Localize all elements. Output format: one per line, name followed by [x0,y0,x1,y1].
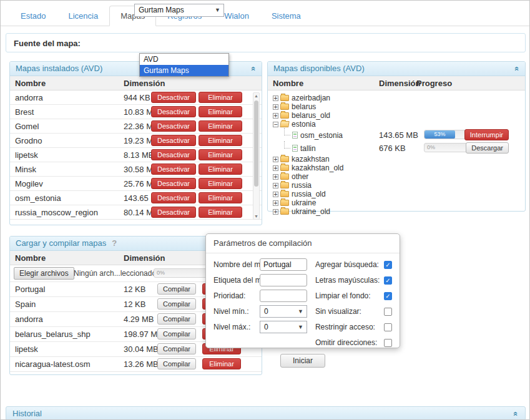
tab-estado[interactable]: Estado [9,6,57,26]
deactivate-button[interactable]: Desactivar [151,92,196,103]
deactivate-button[interactable]: Desactivar [151,135,196,146]
delete-button[interactable]: Eliminar [199,178,242,189]
available-panel-title: Mapas disponibles (AVD) [273,64,365,73]
deactivate-button[interactable]: Desactivar [151,149,196,160]
installed-rows: andorra944 KBDesactivarEliminarBrest10.8… [10,90,262,220]
map-name: lipetsk [15,344,38,354]
field-input[interactable] [260,258,307,271]
checkbox[interactable]: ✓ [384,276,392,285]
expand-icon[interactable]: + [273,174,278,180]
expand-icon[interactable]: + [273,200,278,206]
choose-files-button[interactable]: Elegir archivos [14,267,74,280]
map-source-box: Fuente del mapa: [6,33,526,52]
tree-item-russia[interactable]: +russia [268,181,525,190]
tree-item-belarus[interactable]: +belarus [268,102,525,111]
delete-button[interactable]: Eliminar [199,135,242,146]
tree-item-azeirbadjan[interactable]: +azeirbadjan [268,94,525,102]
scroll-up-icon[interactable]: ▲ [253,94,259,98]
scroll-down-icon[interactable]: ▼ [253,214,259,218]
column-name: Nombre [273,79,303,88]
map-size: 12 KB [124,285,145,294]
download-button[interactable]: Descargar [466,142,509,154]
checkbox[interactable] [384,308,392,316]
tree-item-osm_estonia[interactable]: osm_estonia143.65 MB53%Interrumpir [268,129,525,142]
checkbox[interactable] [384,323,392,331]
field-select[interactable]: 0▼ [260,305,307,318]
deactivate-button[interactable]: Desactivar [151,178,196,189]
deactivate-button[interactable]: Desactivar [151,207,196,218]
tree-item-kazakhstan[interactable]: +kazakhstan [268,155,525,164]
tree-connector [284,141,290,149]
dialog-title: Parámetros de compilación [206,234,400,253]
expand-icon[interactable]: + [273,165,278,171]
file-icon [292,145,298,152]
history-panel-header[interactable]: Historial « [6,406,526,420]
tree-item-label: belarus [292,102,316,111]
collapse-icon[interactable]: « [511,409,520,418]
delete-button[interactable]: Eliminar [199,192,242,203]
tree-item-ukraine_old[interactable]: +ukraine_old [268,207,525,216]
delete-button[interactable]: Eliminar [199,106,242,117]
dialog-field-row: Prioridad: [213,290,313,302]
deactivate-button[interactable]: Desactivar [151,120,196,132]
scrollbar-thumb[interactable] [254,100,258,187]
compile-button[interactable]: Compilar [157,313,196,325]
expand-icon[interactable]: + [273,209,278,215]
collapse-icon[interactable]: « [513,64,521,73]
tab-licencia[interactable]: Licencia [57,6,109,26]
tree-connector [284,128,290,135]
expand-icon[interactable]: + [273,183,278,188]
collapse-icon[interactable]: − [273,122,278,127]
dialog-field-row: Etiqueta del mapa: [213,274,313,286]
folder-closed-icon [280,95,289,101]
tab-sistema[interactable]: Sistema [260,6,312,26]
tree-item-russia_old[interactable]: +russia_old [268,190,525,198]
deactivate-button[interactable]: Desactivar [151,106,196,117]
interrupt-button[interactable]: Interrumpir [464,129,509,140]
dialog-field-row: Nombre del mapa: [213,258,313,271]
tree-item-tallin[interactable]: tallin676 KB0%Descargar [268,142,525,155]
tree-item-kazakhstan_old[interactable]: +kazakhstan_old [268,164,525,172]
checkbox[interactable]: ✓ [384,292,392,300]
start-button[interactable]: Iniciar [280,354,325,368]
tree-item-belarus_old[interactable]: +belarus_old [268,111,525,120]
caret-down-icon: ▼ [298,306,303,318]
dropdown-option[interactable]: AVD [140,54,228,65]
tree-item-other[interactable]: +other [268,172,525,181]
delete-button[interactable]: Eliminar [199,92,242,103]
delete-button[interactable]: Eliminar [199,207,242,218]
file-status-text: Ningún arch...leccionado [74,269,156,278]
available-panel-header[interactable]: Mapas disponibles (AVD) « [268,62,525,76]
scrollbar[interactable]: ▲ ▼ [253,92,260,220]
field-input[interactable] [260,290,307,302]
expand-icon[interactable]: + [273,104,278,110]
map-size: 12 KB [124,300,145,309]
compile-button[interactable]: Compilar [157,298,196,310]
field-input[interactable] [260,274,307,286]
checkbox[interactable] [384,339,392,347]
deactivate-button[interactable]: Desactivar [151,164,196,175]
delete-button[interactable]: Eliminar [199,120,242,132]
tree-item-estonia[interactable]: −estonia [268,120,525,129]
expand-icon[interactable]: + [273,95,278,101]
expand-icon[interactable]: + [273,192,278,197]
delete-button[interactable]: Eliminar [199,149,242,160]
compile-button[interactable]: Compilar [157,328,196,339]
compile-button[interactable]: Compilar [157,343,196,354]
help-icon[interactable]: ? [112,238,117,248]
field-select[interactable]: 0▼ [260,321,307,333]
deactivate-button[interactable]: Desactivar [151,192,196,203]
tab-bar: EstadoLicenciaMapasRegistrosWialonSistem… [1,6,529,26]
map-source-select[interactable]: Gurtam Maps ▼ [134,4,224,17]
compile-button[interactable]: Compilar [157,283,196,295]
delete-button[interactable]: Eliminar [199,164,242,175]
dropdown-option[interactable]: Gurtam Maps [140,65,228,76]
expand-icon[interactable]: + [273,113,278,119]
tree-item-ukraine[interactable]: +ukraine [268,198,525,207]
dialog-checkbox-row: Limpiar el fondo:✓ [315,290,392,302]
collapse-icon[interactable]: « [249,64,258,73]
compile-button[interactable]: Compilar [157,358,196,369]
expand-icon[interactable]: + [273,157,278,162]
checkbox-label: Omitir direcciones: [315,338,384,347]
checkbox[interactable]: ✓ [384,261,392,269]
